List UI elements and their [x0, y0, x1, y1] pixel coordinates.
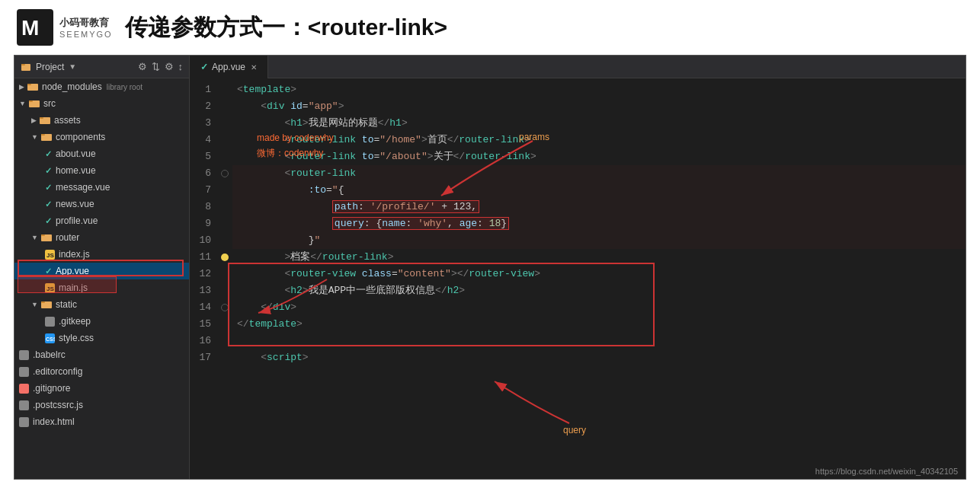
arrow-icon: ▼ — [31, 301, 38, 308]
folder-icon — [27, 82, 38, 91]
tree-item-news[interactable]: ✓ news.vue — [14, 196, 189, 212]
code-line-6: <router-link — [232, 165, 966, 182]
code-line-4: <router-link to="/home">首页</router-link> — [232, 132, 966, 148]
tree-item-assets[interactable]: ▶ assets — [14, 112, 189, 129]
tree-item-home[interactable]: ✓ home.vue — [14, 162, 189, 179]
tab-appvue[interactable]: ✓ App.vue ✕ — [190, 56, 268, 78]
sidebar: ▶ node_modules library root ▼ src ▶ asse… — [14, 78, 190, 479]
ide-body: ▶ node_modules library root ▼ src ▶ asse… — [14, 78, 966, 479]
code-line-15: </template> — [232, 316, 966, 333]
svg-text:JS: JS — [46, 285, 54, 292]
svg-rect-25 — [19, 384, 29, 394]
header: M 小码哥教育 SEEMYGO 传递参数方式一：<router-link> — [0, 0, 980, 55]
svg-rect-20 — [45, 317, 55, 327]
tree-item-appvue[interactable]: ✓ App.vue — [14, 263, 189, 279]
config-file-icon — [19, 350, 29, 360]
tree-item-node-modules[interactable]: ▶ node_modules library root — [14, 78, 189, 95]
page-title: 传递参数方式一：<router-link> — [125, 12, 447, 43]
config-file-icon — [19, 417, 29, 427]
code-line-1: <template> — [232, 81, 966, 98]
vue-check-icon: ✓ — [45, 199, 52, 209]
code-line-11: >档案</router-link> — [232, 249, 966, 266]
logo-text: 小码哥教育 — [59, 16, 113, 30]
config-file-icon — [19, 400, 29, 410]
toolbar-icon-expand[interactable]: ↕ — [178, 61, 184, 72]
logo: M 小码哥教育 SEEMYGO — [15, 8, 113, 47]
config-file-icon — [19, 367, 29, 377]
tree-item-indexhtml[interactable]: index.html — [14, 413, 189, 430]
svg-rect-11 — [41, 134, 45, 136]
git-file-icon — [19, 384, 29, 394]
tree-item-profile[interactable]: ✓ profile.vue — [14, 212, 189, 229]
vue-check-icon: ✓ — [45, 166, 52, 176]
css-file-icon: CSS — [45, 333, 55, 343]
item-label: about.vue — [56, 148, 96, 159]
code-line-8: path: '/profile/' + 123, — [232, 199, 966, 215]
line-numbers: 12345 678910 1112131415 1617 — [190, 78, 217, 479]
tree-item-static[interactable]: ▼ static — [14, 296, 189, 313]
tab-label: App.vue — [212, 62, 245, 72]
vue-check-icon: ✓ — [45, 266, 52, 276]
project-label: Project — [36, 62, 64, 72]
svg-text:CSS: CSS — [46, 336, 55, 342]
logo-sub: SEEMYGO — [59, 30, 113, 39]
item-label: App.vue — [56, 266, 89, 276]
gutter — [217, 78, 232, 479]
tree-item-router[interactable]: ▼ router — [14, 229, 189, 246]
code-line-3: <h1>我是网站的标题</h1> — [232, 115, 966, 132]
tab-close-icon[interactable]: ✕ — [251, 63, 257, 72]
vue-check-icon: ✓ — [45, 183, 52, 193]
code-line-7: :to="{ — [232, 182, 966, 199]
tree-item-index-js[interactable]: JS index.js — [14, 246, 189, 263]
project-panel-header: Project ▼ ⚙ ⇅ ⚙ ↕ — [14, 56, 190, 78]
item-label: .gitignore — [33, 383, 70, 394]
svg-rect-3 — [21, 64, 25, 65]
folder-icon — [41, 132, 52, 142]
tree-item-postcssrc[interactable]: .postcssrc.js — [14, 397, 189, 413]
code-line-12: <router-view class="content"></router-vi… — [232, 266, 966, 282]
toolbar-icon-sort[interactable]: ⇅ — [152, 61, 160, 72]
item-label: news.vue — [56, 199, 94, 209]
code-line-2: <div id="app"> — [232, 98, 966, 115]
svg-rect-19 — [41, 301, 45, 303]
js-file-icon: JS — [45, 250, 55, 260]
logo-icon: M — [15, 8, 55, 47]
item-label: .babelrc — [33, 349, 66, 360]
code-line-17: <script> — [232, 349, 966, 366]
item-label: message.vue — [56, 182, 110, 193]
tree-item-babelrc[interactable]: .babelrc — [14, 346, 189, 363]
toolbar-icon-config[interactable]: ⚙ — [165, 61, 174, 72]
folder-icon — [29, 99, 40, 108]
item-label: assets — [54, 115, 81, 126]
item-label: profile.vue — [56, 215, 98, 226]
tab-vue-marker: ✓ — [200, 62, 208, 72]
ide-window: Project ▼ ⚙ ⇅ ⚙ ↕ ✓ App.vue ✕ ▶ — [14, 55, 966, 480]
tree-item-stylecss[interactable]: CSS style.css — [14, 330, 189, 346]
vue-check-icon: ✓ — [45, 149, 52, 159]
item-label: index.html — [33, 416, 75, 427]
svg-rect-26 — [19, 400, 29, 410]
svg-rect-9 — [40, 117, 43, 119]
tree-item-main-js[interactable]: JS main.js — [14, 279, 189, 296]
tree-item-message[interactable]: ✓ message.vue — [14, 179, 189, 196]
tree-item-src[interactable]: ▼ src — [14, 95, 189, 112]
folder-icon — [21, 62, 31, 72]
tree-item-gitignore[interactable]: .gitignore — [14, 380, 189, 397]
params-annotation: params — [519, 132, 549, 142]
tree-item-about[interactable]: ✓ about.vue — [14, 145, 189, 162]
svg-rect-23 — [19, 350, 29, 360]
code-line-9: query: {name: 'why', age: 18} — [232, 215, 966, 232]
toolbar-icon-settings[interactable]: ⚙ — [138, 61, 147, 72]
tree-item-editorconfig[interactable]: .editorconfig — [14, 363, 189, 380]
svg-rect-13 — [41, 234, 45, 236]
tree-item-gitkeep[interactable]: .gitkeep — [14, 313, 189, 330]
svg-text:JS: JS — [46, 252, 54, 259]
svg-rect-7 — [29, 100, 33, 102]
code-lines[interactable]: <template> <div id="app"> <h1>我是网站的标题</h… — [232, 78, 966, 479]
library-badge: library root — [107, 83, 143, 91]
item-label: home.vue — [56, 165, 96, 176]
item-label: main.js — [59, 282, 88, 293]
query-annotation: query — [563, 425, 586, 435]
dropdown-arrow[interactable]: ▼ — [69, 62, 76, 71]
tree-item-components[interactable]: ▼ components — [14, 129, 189, 145]
